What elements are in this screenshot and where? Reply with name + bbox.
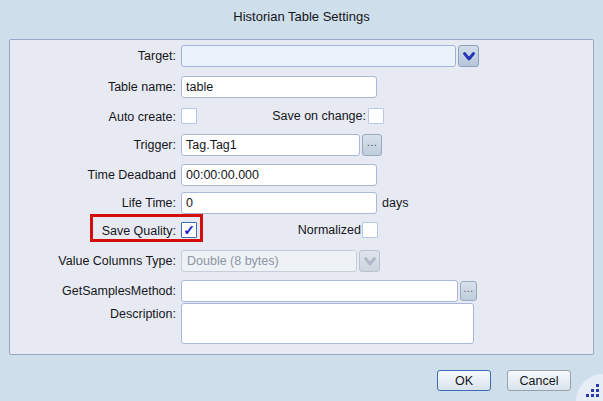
time-deadband-label: Time Deadband xyxy=(10,164,176,186)
target-label: Target: xyxy=(10,45,176,67)
trigger-input[interactable] xyxy=(181,134,360,156)
life-time-row: Life Time: days xyxy=(10,192,593,216)
trigger-row: Trigger: ... xyxy=(10,134,593,158)
table-name-label: Table name: xyxy=(10,76,176,98)
value-columns-type-select: Double (8 bytes) xyxy=(181,250,357,272)
description-textarea[interactable] xyxy=(181,303,474,344)
dialog-title: Historian Table Settings xyxy=(0,9,603,24)
resize-grip-dots-icon xyxy=(586,384,599,397)
checkbox-row: Auto create: Save on change: xyxy=(10,106,593,130)
life-time-input[interactable] xyxy=(181,192,377,214)
description-row: Description: xyxy=(10,303,593,347)
life-time-label: Life Time: xyxy=(10,192,176,214)
time-deadband-input[interactable] xyxy=(181,164,377,186)
chevron-down-icon xyxy=(463,52,475,61)
normalized-checkbox[interactable] xyxy=(362,222,378,238)
settings-panel: Target: Table name: Auto create: Save on… xyxy=(9,39,594,355)
save-on-change-checkbox[interactable] xyxy=(368,108,384,124)
save-quality-row: Save Quality: ✓ Normalized xyxy=(10,220,593,244)
get-samples-method-browse-button[interactable]: ... xyxy=(460,281,477,301)
resize-grip[interactable] xyxy=(576,374,603,401)
get-samples-method-label: GetSamplesMethod: xyxy=(10,280,176,302)
cancel-button[interactable]: Cancel xyxy=(507,370,571,391)
ellipsis-icon: ... xyxy=(367,136,378,148)
ok-button[interactable]: OK xyxy=(437,370,491,391)
target-input[interactable] xyxy=(181,45,456,67)
value-columns-type-row: Value Columns Type: Double (8 bytes) xyxy=(10,250,593,274)
auto-create-checkbox[interactable] xyxy=(181,108,197,124)
save-quality-label: Save Quality: xyxy=(10,220,176,242)
time-deadband-row: Time Deadband xyxy=(10,164,593,188)
historian-table-settings-dialog: Historian Table Settings Target: Table n… xyxy=(0,0,603,401)
auto-create-label: Auto create: xyxy=(10,106,176,128)
get-samples-method-row: GetSamplesMethod: ... xyxy=(10,280,593,304)
table-name-input[interactable] xyxy=(181,76,377,98)
target-row: Target: xyxy=(10,45,593,69)
chevron-down-icon xyxy=(364,257,376,266)
value-columns-type-label: Value Columns Type: xyxy=(10,250,176,272)
description-label: Description: xyxy=(10,303,176,325)
trigger-browse-button[interactable]: ... xyxy=(362,134,382,156)
get-samples-method-input[interactable] xyxy=(181,280,458,302)
table-name-row: Table name: xyxy=(10,76,593,100)
target-dropdown-button[interactable] xyxy=(458,45,479,67)
save-on-change-label: Save on change: xyxy=(200,106,366,126)
normalized-label: Normalized xyxy=(195,220,361,240)
value-columns-type-dropdown-button xyxy=(359,250,380,272)
trigger-label: Trigger: xyxy=(10,134,176,156)
check-icon: ✓ xyxy=(183,224,195,236)
life-time-suffix: days xyxy=(382,192,408,214)
ellipsis-icon: ... xyxy=(464,283,474,294)
